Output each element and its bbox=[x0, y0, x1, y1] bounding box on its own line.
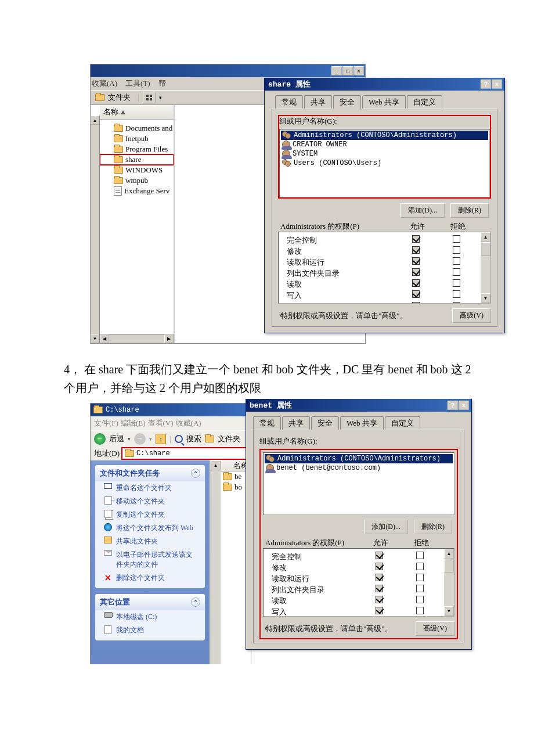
perm-vscroll[interactable]: ▲ ▼ bbox=[444, 549, 454, 616]
task-item-email[interactable]: 以电子邮件形式发送该文件夹内的文件 bbox=[95, 548, 205, 571]
task-item-disk[interactable]: 本地磁盘 (C:) bbox=[95, 610, 205, 624]
task-item-delete[interactable]: ✕删除这个文件夹 bbox=[95, 571, 205, 585]
advanced-button[interactable]: 高级(V) bbox=[452, 308, 491, 323]
tree-hscroll[interactable]: ◀ ▶ bbox=[100, 334, 174, 343]
tab-security[interactable]: 安全 bbox=[333, 95, 361, 109]
menu-file[interactable]: 文件(F) bbox=[94, 418, 118, 429]
tree-vscroll[interactable]: ▲ ▼ bbox=[91, 116, 100, 343]
folders-button[interactable]: 文件夹 bbox=[218, 434, 240, 444]
minimize-icon[interactable]: _ bbox=[331, 66, 342, 75]
address-field[interactable]: C:\share bbox=[122, 448, 247, 459]
checkbox-deny[interactable] bbox=[416, 552, 424, 559]
checkbox-allow[interactable] bbox=[412, 302, 420, 304]
tree-item[interactable]: WINDOWS bbox=[100, 165, 174, 175]
maximize-icon[interactable]: □ bbox=[342, 66, 353, 75]
checkbox-deny[interactable] bbox=[453, 246, 460, 254]
checkbox-allow[interactable] bbox=[376, 596, 383, 603]
checkbox-deny[interactable] bbox=[416, 574, 424, 581]
scroll-up-icon[interactable]: ▲ bbox=[481, 232, 490, 242]
help-icon[interactable]: ? bbox=[481, 80, 491, 89]
help-icon[interactable]: ? bbox=[448, 401, 458, 410]
checkbox-allow[interactable] bbox=[412, 290, 420, 298]
checkbox-allow[interactable] bbox=[412, 257, 420, 265]
checkbox-deny[interactable] bbox=[453, 302, 460, 304]
up-icon[interactable] bbox=[156, 434, 166, 444]
back-icon[interactable]: ← bbox=[94, 433, 106, 445]
menu-help[interactable]: 帮 bbox=[158, 78, 166, 89]
checkbox-deny[interactable] bbox=[453, 257, 460, 265]
scroll-down-icon[interactable]: ▼ bbox=[91, 334, 99, 343]
tab-share[interactable]: 共享 bbox=[282, 416, 310, 430]
advanced-button[interactable]: 高级(V) bbox=[416, 621, 454, 636]
scroll-down-icon[interactable]: ▼ bbox=[481, 293, 490, 303]
task-block-header[interactable]: 其它位置 ⌃ bbox=[95, 594, 205, 610]
close-icon[interactable]: × bbox=[353, 66, 364, 75]
scroll-up-icon[interactable]: ▲ bbox=[211, 460, 221, 470]
checkbox-allow[interactable] bbox=[376, 574, 383, 581]
folders-button[interactable]: 文件夹 bbox=[108, 92, 131, 103]
list-item[interactable]: SYSTEM bbox=[281, 149, 488, 159]
search-button[interactable]: 搜索 bbox=[186, 434, 201, 444]
search-icon[interactable] bbox=[175, 435, 183, 443]
user-list[interactable]: Administrators (CONTOSO\Administrators) … bbox=[279, 129, 490, 197]
collapse-icon[interactable]: ⌃ bbox=[191, 597, 200, 607]
close-icon[interactable]: × bbox=[459, 401, 469, 410]
task-item-share[interactable]: 共享此文件夹 bbox=[95, 535, 205, 548]
task-item-copy[interactable]: 复制这个文件夹 bbox=[95, 508, 205, 521]
remove-button[interactable]: 删除(R) bbox=[414, 520, 452, 534]
checkbox-allow[interactable] bbox=[412, 279, 420, 287]
checkbox-allow[interactable] bbox=[376, 607, 383, 614]
tab-security[interactable]: 安全 bbox=[311, 416, 339, 430]
menu-tools[interactable]: 工具(T) bbox=[125, 78, 150, 89]
menu-favorites[interactable]: 收藏(A) bbox=[176, 418, 201, 429]
tab-general[interactable]: 常规 bbox=[275, 95, 303, 109]
list-item[interactable]: Administrators (CONTOSO\Administrators) bbox=[265, 454, 453, 463]
checkbox-allow[interactable] bbox=[376, 552, 383, 559]
tree-header[interactable]: 名称 bbox=[100, 105, 174, 120]
back-button[interactable]: 后退 bbox=[109, 434, 124, 444]
forward-icon[interactable]: → bbox=[134, 433, 146, 445]
collapse-icon[interactable]: ⌃ bbox=[191, 469, 200, 478]
close-icon[interactable]: × bbox=[492, 80, 502, 89]
user-list[interactable]: Administrators (CONTOSO\Administrators) … bbox=[263, 452, 454, 515]
scroll-down-icon[interactable]: ▼ bbox=[444, 606, 454, 616]
checkbox-allow[interactable] bbox=[412, 235, 420, 243]
add-button[interactable]: 添加(D)... bbox=[400, 203, 445, 218]
checkbox-deny[interactable] bbox=[453, 290, 460, 298]
permission-list[interactable]: 完全控制 修改 读取和运行 列出文件夹目录 读取 写入 特别的权限 ▲ ▼ bbox=[278, 232, 491, 304]
tab-share[interactable]: 共享 bbox=[304, 95, 332, 109]
tab-webshare[interactable]: Web 共享 bbox=[362, 95, 406, 109]
remove-button[interactable]: 删除(R) bbox=[450, 203, 489, 218]
scroll-left-icon[interactable]: ◀ bbox=[100, 334, 109, 343]
checkbox-deny[interactable] bbox=[416, 563, 424, 570]
checkbox-deny[interactable] bbox=[453, 268, 460, 276]
tree-item[interactable]: wmpub bbox=[100, 175, 174, 186]
list-vscroll[interactable]: ▲ bbox=[211, 460, 221, 664]
tree-item[interactable]: Exchange Serv bbox=[100, 186, 174, 196]
task-item-move[interactable]: 移动这个文件夹 bbox=[95, 495, 205, 508]
checkbox-allow[interactable] bbox=[376, 585, 383, 592]
list-item[interactable]: Users (CONTOSO\Users) bbox=[281, 159, 488, 168]
tab-general[interactable]: 常规 bbox=[253, 416, 281, 430]
tab-webshare[interactable]: Web 共享 bbox=[340, 416, 384, 430]
tree-item[interactable]: Program Files bbox=[100, 144, 174, 154]
menu-view[interactable]: 查看(V) bbox=[148, 418, 174, 429]
tree-item[interactable]: Documents and bbox=[100, 123, 174, 134]
checkbox-allow[interactable] bbox=[412, 246, 420, 254]
permission-list[interactable]: 完全控制 修改 读取和运行 列出文件夹目录 读取 写入 特别的权限 ▲ ▼ bbox=[263, 548, 454, 617]
checkbox-allow[interactable] bbox=[412, 268, 420, 276]
menu-favorites[interactable]: 收藏(A) bbox=[92, 78, 117, 89]
scroll-up-icon[interactable]: ▲ bbox=[91, 116, 99, 125]
scroll-right-icon[interactable]: ▶ bbox=[164, 334, 174, 343]
checkbox-allow[interactable] bbox=[376, 563, 383, 570]
scroll-up-icon[interactable]: ▲ bbox=[444, 549, 454, 559]
scroll-thumb[interactable] bbox=[444, 559, 454, 573]
tab-custom[interactable]: 自定义 bbox=[385, 416, 420, 430]
views-button[interactable] bbox=[143, 92, 156, 103]
list-item[interactable]: Administrators (CONTOSO\Administrators) bbox=[281, 131, 488, 140]
list-item[interactable]: CREATOR OWNER bbox=[281, 140, 488, 149]
list-item[interactable]: benet (benet@contoso.com) bbox=[265, 463, 453, 473]
task-item-rename[interactable]: 重命名这个文件夹 bbox=[95, 481, 205, 495]
tree-item[interactable]: Inetpub bbox=[100, 134, 174, 144]
checkbox-deny[interactable] bbox=[416, 596, 424, 603]
